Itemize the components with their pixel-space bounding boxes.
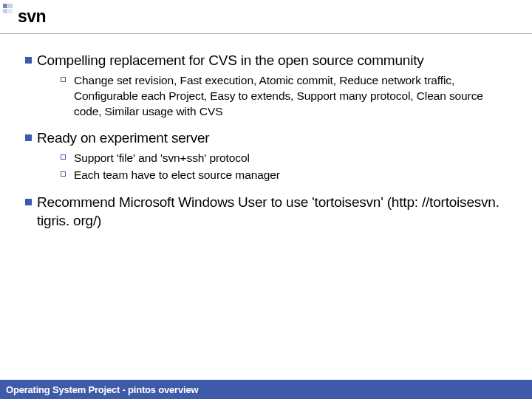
bullet-text: Recommend Microsoft Windows User to use … <box>37 194 513 230</box>
sub-bullet-item: Support 'file' and 'svn+ssh' protocol <box>61 151 513 166</box>
sub-bullet-item: Change set revision, Fast execution, Ato… <box>61 73 513 120</box>
square-bullet-icon <box>19 129 37 148</box>
slide: svn Compelling replacement for CVS in th… <box>0 0 532 399</box>
bullet-text: Ready on experiment server <box>37 129 209 148</box>
hollow-square-bullet-icon <box>61 168 74 183</box>
bullet-item: Compelling replacement for CVS in the op… <box>19 52 513 70</box>
bullet-text: Compelling replacement for CVS in the op… <box>37 52 424 70</box>
sub-bullet-group: Change set revision, Fast execution, Ato… <box>61 73 513 120</box>
sub-bullet-group: Support 'file' and 'svn+ssh' protocol Ea… <box>61 151 513 183</box>
bullet-item: Ready on experiment server <box>19 129 513 148</box>
title-bar: svn <box>0 0 532 34</box>
sub-bullet-text: Support 'file' and 'svn+ssh' protocol <box>74 151 256 166</box>
hollow-square-bullet-icon <box>61 73 74 120</box>
square-bullet-icon <box>19 194 37 230</box>
footer-text: Operating System Project - pintos overvi… <box>6 384 198 395</box>
slide-title: svn <box>18 7 46 27</box>
sub-bullet-item: Each team have to elect source manager <box>61 168 513 183</box>
square-bullet-icon <box>19 52 37 70</box>
hollow-square-bullet-icon <box>61 151 74 166</box>
slide-footer: Operating System Project - pintos overvi… <box>0 380 532 399</box>
slide-content: Compelling replacement for CVS in the op… <box>0 34 532 399</box>
bullet-item: Recommend Microsoft Windows User to use … <box>19 194 513 230</box>
sub-bullet-text: Each team have to elect source manager <box>74 168 286 183</box>
sub-bullet-text: Change set revision, Fast execution, Ato… <box>74 73 513 120</box>
